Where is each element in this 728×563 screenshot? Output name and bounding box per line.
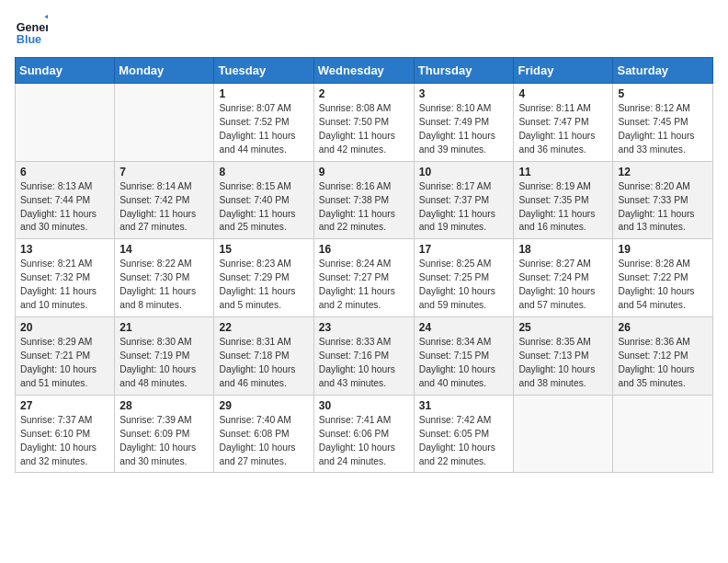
day-number: 7 [119, 166, 209, 178]
calendar-day-cell: 13Sunrise: 8:21 AMSunset: 7:32 PMDayligh… [16, 239, 115, 317]
day-info: Sunrise: 8:34 AMSunset: 7:15 PMDaylight:… [419, 336, 509, 391]
day-number: 1 [219, 87, 308, 100]
calendar-day-cell: 24Sunrise: 8:34 AMSunset: 7:15 PMDayligh… [414, 317, 514, 396]
day-number: 5 [618, 87, 708, 100]
day-number: 16 [319, 243, 409, 256]
calendar-week-row: 27Sunrise: 7:37 AMSunset: 6:10 PMDayligh… [16, 395, 713, 473]
day-number: 28 [119, 399, 209, 412]
day-of-week-header: Monday [115, 58, 214, 84]
day-number: 22 [219, 321, 308, 334]
day-number: 18 [518, 243, 608, 256]
day-number: 13 [20, 243, 109, 256]
calendar-day-cell: 8Sunrise: 8:15 AMSunset: 7:40 PMDaylight… [214, 161, 313, 239]
calendar-day-cell: 16Sunrise: 8:24 AMSunset: 7:27 PMDayligh… [313, 239, 414, 317]
calendar-day-cell: 15Sunrise: 8:23 AMSunset: 7:29 PMDayligh… [214, 239, 313, 317]
day-info: Sunrise: 8:24 AMSunset: 7:27 PMDaylight:… [319, 258, 409, 313]
day-number: 11 [518, 166, 608, 178]
calendar-day-cell: 7Sunrise: 8:14 AMSunset: 7:42 PMDaylight… [115, 161, 214, 239]
day-info: Sunrise: 8:14 AMSunset: 7:42 PMDaylight:… [119, 180, 209, 236]
day-of-week-header: Wednesday [313, 58, 414, 84]
day-of-week-header: Thursday [414, 58, 514, 84]
day-info: Sunrise: 8:17 AMSunset: 7:37 PMDaylight:… [419, 180, 509, 236]
calendar-day-cell: 3Sunrise: 8:10 AMSunset: 7:49 PMDaylight… [414, 84, 514, 162]
day-number: 21 [119, 321, 209, 334]
calendar-day-cell: 18Sunrise: 8:27 AMSunset: 7:24 PMDayligh… [514, 239, 613, 317]
day-info: Sunrise: 8:22 AMSunset: 7:30 PMDaylight:… [119, 258, 209, 313]
calendar-day-cell: 20Sunrise: 8:29 AMSunset: 7:21 PMDayligh… [16, 317, 115, 396]
day-info: Sunrise: 8:16 AMSunset: 7:38 PMDaylight:… [319, 180, 409, 236]
day-of-week-header: Saturday [613, 58, 713, 84]
day-number: 9 [319, 166, 409, 178]
day-number: 20 [20, 321, 109, 334]
calendar-week-row: 20Sunrise: 8:29 AMSunset: 7:21 PMDayligh… [16, 317, 713, 396]
day-number: 2 [319, 87, 409, 100]
calendar-week-row: 6Sunrise: 8:13 AMSunset: 7:44 PMDaylight… [16, 161, 713, 239]
day-info: Sunrise: 7:37 AMSunset: 6:10 PMDaylight:… [20, 414, 109, 469]
day-number: 24 [419, 321, 509, 334]
calendar-day-cell [514, 395, 613, 473]
day-info: Sunrise: 8:23 AMSunset: 7:29 PMDaylight:… [219, 258, 308, 313]
calendar-day-cell: 1Sunrise: 8:07 AMSunset: 7:52 PMDaylight… [214, 84, 313, 162]
calendar-day-cell: 6Sunrise: 8:13 AMSunset: 7:44 PMDaylight… [16, 161, 115, 239]
day-number: 23 [319, 321, 409, 334]
day-number: 19 [618, 243, 708, 256]
day-number: 27 [20, 399, 109, 412]
day-info: Sunrise: 8:19 AMSunset: 7:35 PMDaylight:… [518, 180, 608, 236]
calendar-day-cell [613, 395, 713, 473]
day-info: Sunrise: 8:20 AMSunset: 7:33 PMDaylight:… [618, 180, 708, 236]
day-number: 29 [219, 399, 308, 412]
calendar-week-row: 13Sunrise: 8:21 AMSunset: 7:32 PMDayligh… [16, 239, 713, 317]
day-of-week-header: Tuesday [214, 58, 313, 84]
day-number: 15 [219, 243, 308, 256]
calendar-day-cell: 21Sunrise: 8:30 AMSunset: 7:19 PMDayligh… [115, 317, 214, 396]
calendar-day-cell: 10Sunrise: 8:17 AMSunset: 7:37 PMDayligh… [414, 161, 514, 239]
day-info: Sunrise: 7:39 AMSunset: 6:09 PMDaylight:… [119, 414, 209, 469]
logo: General Blue [15, 15, 51, 48]
calendar-day-cell: 19Sunrise: 8:28 AMSunset: 7:22 PMDayligh… [613, 239, 713, 317]
day-info: Sunrise: 8:15 AMSunset: 7:40 PMDaylight:… [219, 180, 308, 236]
day-info: Sunrise: 7:40 AMSunset: 6:08 PMDaylight:… [219, 414, 308, 469]
day-info: Sunrise: 8:10 AMSunset: 7:49 PMDaylight:… [419, 102, 509, 157]
calendar-day-cell: 14Sunrise: 8:22 AMSunset: 7:30 PMDayligh… [115, 239, 214, 317]
calendar-day-cell [115, 84, 214, 162]
calendar-week-row: 1Sunrise: 8:07 AMSunset: 7:52 PMDaylight… [16, 84, 713, 162]
day-info: Sunrise: 7:42 AMSunset: 6:05 PMDaylight:… [419, 414, 509, 469]
days-of-week-row: SundayMondayTuesdayWednesdayThursdayFrid… [16, 58, 713, 84]
day-info: Sunrise: 8:25 AMSunset: 7:25 PMDaylight:… [419, 258, 509, 313]
calendar-day-cell: 23Sunrise: 8:33 AMSunset: 7:16 PMDayligh… [313, 317, 414, 396]
day-number: 8 [219, 166, 308, 178]
calendar-day-cell: 25Sunrise: 8:35 AMSunset: 7:13 PMDayligh… [514, 317, 613, 396]
calendar-day-cell: 30Sunrise: 7:41 AMSunset: 6:06 PMDayligh… [313, 395, 414, 473]
calendar-day-cell: 2Sunrise: 8:08 AMSunset: 7:50 PMDaylight… [313, 84, 414, 162]
day-info: Sunrise: 8:21 AMSunset: 7:32 PMDaylight:… [20, 258, 109, 313]
day-info: Sunrise: 8:31 AMSunset: 7:18 PMDaylight:… [219, 336, 308, 391]
calendar-table: SundayMondayTuesdayWednesdayThursdayFrid… [15, 57, 713, 473]
day-number: 10 [419, 166, 509, 178]
day-number: 12 [618, 166, 708, 178]
calendar-body: 1Sunrise: 8:07 AMSunset: 7:52 PMDaylight… [16, 84, 713, 473]
calendar-day-cell: 22Sunrise: 8:31 AMSunset: 7:18 PMDayligh… [214, 317, 313, 396]
day-number: 6 [20, 166, 109, 178]
day-info: Sunrise: 8:30 AMSunset: 7:19 PMDaylight:… [119, 336, 209, 391]
calendar-day-cell: 5Sunrise: 8:12 AMSunset: 7:45 PMDaylight… [613, 84, 713, 162]
day-info: Sunrise: 8:27 AMSunset: 7:24 PMDaylight:… [518, 258, 608, 313]
calendar-day-cell: 12Sunrise: 8:20 AMSunset: 7:33 PMDayligh… [613, 161, 713, 239]
calendar-day-cell: 29Sunrise: 7:40 AMSunset: 6:08 PMDayligh… [214, 395, 313, 473]
day-info: Sunrise: 8:12 AMSunset: 7:45 PMDaylight:… [618, 102, 708, 157]
day-info: Sunrise: 8:35 AMSunset: 7:13 PMDaylight:… [518, 336, 608, 391]
day-number: 26 [618, 321, 708, 334]
calendar-day-cell: 4Sunrise: 8:11 AMSunset: 7:47 PMDaylight… [514, 84, 613, 162]
day-info: Sunrise: 8:07 AMSunset: 7:52 PMDaylight:… [219, 102, 308, 157]
day-info: Sunrise: 8:36 AMSunset: 7:12 PMDaylight:… [618, 336, 708, 391]
day-number: 14 [119, 243, 209, 256]
day-number: 17 [419, 243, 509, 256]
svg-marker-2 [44, 15, 48, 18]
day-info: Sunrise: 8:08 AMSunset: 7:50 PMDaylight:… [319, 102, 409, 157]
calendar-day-cell: 31Sunrise: 7:42 AMSunset: 6:05 PMDayligh… [414, 395, 514, 473]
day-info: Sunrise: 8:33 AMSunset: 7:16 PMDaylight:… [319, 336, 409, 391]
day-info: Sunrise: 8:29 AMSunset: 7:21 PMDaylight:… [20, 336, 109, 391]
calendar-day-cell: 11Sunrise: 8:19 AMSunset: 7:35 PMDayligh… [514, 161, 613, 239]
day-number: 4 [518, 87, 608, 100]
day-info: Sunrise: 8:13 AMSunset: 7:44 PMDaylight:… [20, 180, 109, 236]
svg-text:Blue: Blue [17, 33, 41, 46]
